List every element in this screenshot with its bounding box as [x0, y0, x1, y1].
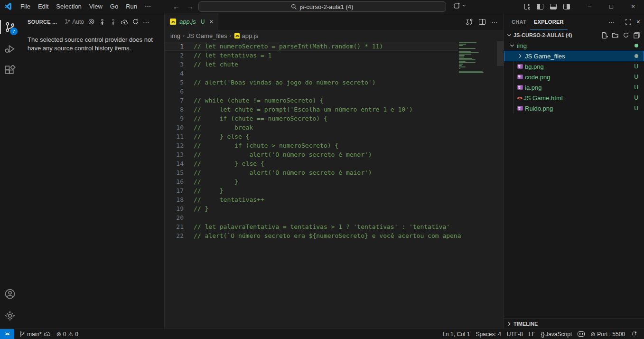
minimap[interactable] — [459, 42, 496, 74]
maximize-button[interactable]: □ — [600, 0, 622, 13]
collapse-all-icon[interactable] — [633, 32, 640, 39]
back-arrow-icon[interactable]: ← — [173, 2, 180, 10]
scm-changes-badge: 7 — [10, 28, 18, 35]
menu-edit[interactable]: Edit — [34, 1, 52, 12]
menu-[interactable]: ⋯ — [141, 1, 155, 12]
explorer-root-header[interactable]: JS-CURSO-2-AULA1 (4) — [504, 30, 644, 40]
menu-run[interactable]: Run — [122, 1, 141, 12]
code-line-19[interactable]: 19// } — [165, 204, 458, 213]
code-line-18[interactable]: 18// tentativas++ — [165, 195, 458, 204]
minimize-button[interactable]: – — [579, 0, 600, 13]
menu-view[interactable]: View — [85, 1, 106, 12]
code-line-13[interactable]: 13// alert('O número secreto é menor') — [165, 150, 458, 159]
goto-commit-icon[interactable] — [88, 18, 95, 25]
code-line-1[interactable]: 1// let numeroSecreto = parseInt(Math.ra… — [165, 42, 458, 51]
close-button[interactable]: × — [622, 0, 644, 13]
line-text: // if (chute > numeroSecreto) { — [194, 141, 338, 150]
activity-extensions[interactable] — [0, 60, 20, 82]
toggle-panel-icon[interactable] — [550, 4, 557, 9]
code-line-16[interactable]: 16// } — [165, 177, 458, 186]
customize-layout-icon[interactable] — [524, 4, 530, 9]
minimap-line — [459, 52, 479, 53]
editor-more-actions-icon[interactable]: ⋯ — [491, 18, 498, 26]
refresh-icon[interactable] — [132, 18, 139, 25]
tree-item-ruido-png[interactable]: Ruido.pngU — [504, 103, 644, 113]
maximize-panel-icon[interactable] — [625, 19, 632, 25]
panel-more-actions-icon[interactable]: ⋯ — [608, 18, 615, 26]
code-line-10[interactable]: 10// break — [165, 123, 458, 132]
tree-item-js-game-html[interactable]: <>JS Game.htmlU — [504, 93, 644, 103]
code-line-17[interactable]: 17// } — [165, 186, 458, 195]
tree-item-bg-png[interactable]: bg.pngU — [504, 61, 644, 72]
copilot-menu-button[interactable] — [453, 2, 467, 9]
forward-arrow-icon[interactable]: → — [187, 2, 194, 10]
code-line-12[interactable]: 12// if (chute > numeroSecreto) { — [165, 141, 458, 150]
code-line-8[interactable]: 8// let chute = prompt('Escolha um númer… — [165, 105, 458, 114]
new-folder-icon[interactable] — [612, 32, 619, 39]
breadcrumb-app-js[interactable]: app.js — [242, 32, 259, 39]
new-file-icon[interactable] — [601, 32, 608, 39]
warning-count: 0 — [75, 331, 78, 338]
copilot-status[interactable] — [575, 329, 588, 339]
encoding-status[interactable]: UTF-8 — [504, 329, 526, 339]
eol-status[interactable]: LF — [526, 329, 538, 339]
code-line-21[interactable]: 21// let palavraTentativa = tentativas >… — [165, 222, 458, 231]
breadcrumb-js-game-files[interactable]: JS Game_files — [187, 32, 227, 39]
tree-item-ia-png[interactable]: ia.pngU — [504, 82, 644, 93]
account-button[interactable] — [0, 283, 20, 305]
cursor-position[interactable]: Ln 1, Col 1 — [439, 329, 473, 339]
pull-icon[interactable] — [110, 18, 117, 25]
refresh-explorer-icon[interactable] — [623, 32, 629, 38]
code-editor[interactable]: 1// let numeroSecreto = parseInt(Math.ra… — [165, 41, 504, 329]
code-line-15[interactable]: 15// alert('O número secreto é maior') — [165, 168, 458, 177]
timeline-section-header[interactable]: TIMELINE — [504, 318, 644, 329]
tab-app-js[interactable]: JS app.js U × — [165, 13, 218, 30]
remote-indicator[interactable]: >< — [0, 329, 14, 339]
menu-go[interactable]: Go — [106, 1, 122, 12]
code-line-11[interactable]: 11// } else { — [165, 132, 458, 141]
code-line-2[interactable]: 2// let tentativas = 1 — [165, 51, 458, 60]
code-line-4[interactable]: 4 — [165, 69, 458, 78]
language-mode[interactable]: { } JavaScript — [538, 329, 575, 339]
open-changes-icon[interactable] — [466, 18, 473, 26]
activity-source-control[interactable]: 7 — [0, 16, 20, 38]
breadcrumb-img[interactable]: img — [170, 32, 180, 39]
line-text: // } — [194, 186, 224, 195]
code-line-14[interactable]: 14// } else { — [165, 159, 458, 168]
code-line-5[interactable]: 5// alert('Boas vindas ao jogo do número… — [165, 78, 458, 87]
indentation-status[interactable]: Spaces: 4 — [473, 329, 504, 339]
code-line-3[interactable]: 3// let chute — [165, 60, 458, 69]
minimap-line — [459, 62, 476, 63]
split-editor-icon[interactable] — [479, 19, 485, 25]
scm-auto-toggle[interactable]: Auto — [65, 19, 84, 25]
tab-chat[interactable]: CHAT — [508, 13, 530, 30]
close-panel-icon[interactable]: × — [636, 18, 640, 26]
scrollbar-slider[interactable] — [497, 41, 504, 66]
git-untracked-badge: U — [634, 63, 638, 70]
fetch-icon[interactable] — [99, 18, 106, 25]
notifications[interactable] — [628, 329, 640, 339]
tree-item-img[interactable]: img — [504, 40, 644, 51]
code-line-22[interactable]: 22// alert(`O número secreto era ${numer… — [165, 231, 458, 240]
toggle-secondary-sidebar-icon[interactable] — [563, 4, 570, 9]
toggle-primary-sidebar-icon[interactable] — [537, 4, 543, 9]
tree-item-code-png[interactable]: code.pngU — [504, 72, 644, 82]
activity-run-debug[interactable] — [0, 38, 20, 60]
menu-file[interactable]: File — [17, 1, 34, 12]
code-line-6[interactable]: 6 — [165, 87, 458, 96]
code-line-7[interactable]: 7// while (chute != numeroSecreto) { — [165, 96, 458, 105]
publish-cloud-icon[interactable] — [121, 18, 128, 26]
live-server-port[interactable]: ⊘ Port : 5500 — [588, 329, 628, 339]
problems-status[interactable]: ⊗ 0 ⚠ 0 — [54, 329, 81, 339]
tab-close-icon[interactable]: × — [209, 18, 213, 25]
code-line-20[interactable]: 20 — [165, 213, 458, 222]
menu-selection[interactable]: Selection — [52, 1, 85, 12]
code-line-9[interactable]: 9// if (chute == numeroSecreto) { — [165, 114, 458, 123]
line-text: // let tentativas = 1 — [194, 51, 271, 60]
tab-explorer[interactable]: EXPLORER — [530, 13, 568, 30]
command-center-search[interactable]: js-curso-2-aula1 (4) — [198, 1, 446, 12]
tree-item-js-game-files[interactable]: JS Game_files — [504, 51, 644, 61]
branch-status[interactable]: main* — [16, 329, 54, 339]
settings-button[interactable] — [0, 305, 20, 327]
scm-more-actions-icon[interactable]: ⋯ — [143, 18, 149, 26]
